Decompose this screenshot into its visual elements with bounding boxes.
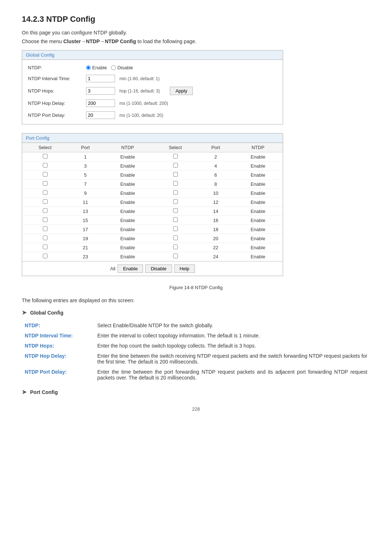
checkbox-left-8[interactable] xyxy=(43,226,48,231)
checkbox-left-11[interactable] xyxy=(43,254,48,258)
col-ntdp-1: NTDP xyxy=(103,143,152,152)
page-number: 228 xyxy=(22,406,370,412)
ntdp-disable-label[interactable]: Disable xyxy=(111,65,133,70)
def-desc-3: Enter the time between the switch receiv… xyxy=(94,351,370,367)
select-checkbox-right-9[interactable] xyxy=(152,234,198,243)
port-right-8: 18 xyxy=(198,225,233,234)
port-config-table: Select Port NTDP Select Port NTDP 1 Enab… xyxy=(22,143,283,261)
select-checkbox-right-2[interactable] xyxy=(152,171,198,180)
select-checkbox-right-10[interactable] xyxy=(152,243,198,252)
checkbox-left-4[interactable] xyxy=(43,190,48,195)
chevron-icon: ➤ xyxy=(22,309,26,316)
ntdp-enable-radio[interactable] xyxy=(86,65,91,70)
checkbox-left-10[interactable] xyxy=(43,245,48,249)
checkbox-left-9[interactable] xyxy=(43,235,48,240)
def-label-2: NTDP Hops: xyxy=(22,341,94,351)
checkbox-right-4[interactable] xyxy=(173,190,178,195)
checkbox-left-7[interactable] xyxy=(43,217,48,222)
checkbox-right-10[interactable] xyxy=(173,245,178,249)
select-checkbox-right-1[interactable] xyxy=(152,161,198,171)
interval-time-row: NTDP Interval Time: min (1-60, default: … xyxy=(28,73,277,85)
select-checkbox-right-3[interactable] xyxy=(152,180,198,189)
checkbox-right-11[interactable] xyxy=(173,254,178,258)
select-checkbox-left-2[interactable] xyxy=(22,171,68,180)
checkbox-right-5[interactable] xyxy=(173,199,178,204)
select-checkbox-left-7[interactable] xyxy=(22,216,68,225)
port-right-2: 6 xyxy=(198,171,233,180)
port-left-9: 19 xyxy=(68,234,103,243)
definition-row: NTDP: Select Enable/Disable NTDP for the… xyxy=(22,320,370,331)
select-checkbox-left-5[interactable] xyxy=(22,198,68,207)
col-select-1: Select xyxy=(22,143,68,152)
ntdp-right-0: Enable xyxy=(233,152,283,161)
ntdp-right-10: Enable xyxy=(233,243,283,252)
select-checkbox-right-11[interactable] xyxy=(152,252,198,261)
global-config-header: Global Config xyxy=(22,50,283,60)
checkbox-right-0[interactable] xyxy=(173,154,178,159)
ntdp-disable-radio[interactable] xyxy=(111,65,116,70)
select-checkbox-right-6[interactable] xyxy=(152,207,198,216)
checkbox-left-0[interactable] xyxy=(43,154,48,159)
port-config-section-title: Port Config xyxy=(30,389,58,395)
def-label-3: NTDP Hop Delay: xyxy=(22,351,94,367)
table-footer: All Enable Disable Help xyxy=(22,261,283,276)
port-delay-input[interactable] xyxy=(86,111,115,119)
checkbox-right-6[interactable] xyxy=(173,208,178,213)
port-config-box: Port Config Select Port NTDP Select Port… xyxy=(22,133,283,276)
port-config-header: Port Config xyxy=(22,134,283,143)
checkbox-right-8[interactable] xyxy=(173,226,178,231)
select-checkbox-right-5[interactable] xyxy=(152,198,198,207)
ntdp-right-3: Enable xyxy=(233,180,283,189)
hop-delay-value: ms (1-1000, default: 200) xyxy=(86,99,168,107)
checkbox-right-1[interactable] xyxy=(173,163,178,168)
select-checkbox-right-8[interactable] xyxy=(152,225,198,234)
port-right-10: 22 xyxy=(198,243,233,252)
checkbox-right-3[interactable] xyxy=(173,181,178,186)
apply-button[interactable]: Apply xyxy=(170,87,193,95)
ntdp-right-7: Enable xyxy=(233,216,283,225)
select-checkbox-left-10[interactable] xyxy=(22,243,68,252)
checkbox-left-2[interactable] xyxy=(43,172,48,177)
ntdp-enable-label[interactable]: Enable xyxy=(86,65,107,70)
col-select-2: Select xyxy=(152,143,198,152)
ntdp-label: NTDP: xyxy=(28,65,86,70)
table-row: 1 Enable 2 Enable xyxy=(22,152,283,161)
select-checkbox-left-3[interactable] xyxy=(22,180,68,189)
checkbox-right-7[interactable] xyxy=(173,217,178,222)
checkbox-left-1[interactable] xyxy=(43,163,48,168)
global-config-section-header: ➤ Global Config xyxy=(22,309,370,316)
checkbox-left-6[interactable] xyxy=(43,208,48,213)
disable-button[interactable]: Disable xyxy=(145,264,172,273)
hop-delay-label: NTDP Hop Delay: xyxy=(28,100,86,106)
help-button[interactable]: Help xyxy=(174,264,195,273)
checkbox-right-9[interactable] xyxy=(173,235,178,240)
checkbox-right-2[interactable] xyxy=(173,172,178,177)
hops-input[interactable] xyxy=(86,87,115,95)
select-checkbox-right-7[interactable] xyxy=(152,216,198,225)
select-checkbox-left-9[interactable] xyxy=(22,234,68,243)
checkbox-left-5[interactable] xyxy=(43,199,48,204)
col-port-1: Port xyxy=(68,143,103,152)
table-header-row: Select Port NTDP Select Port NTDP xyxy=(22,143,283,152)
select-checkbox-right-0[interactable] xyxy=(152,152,198,161)
table-row: 13 Enable 14 Enable xyxy=(22,207,283,216)
ntdp-radio-group: Enable Disable xyxy=(86,65,133,70)
select-checkbox-left-1[interactable] xyxy=(22,161,68,171)
select-checkbox-left-0[interactable] xyxy=(22,152,68,161)
def-desc-2: Enter the hop count the switch topology … xyxy=(94,341,370,351)
select-checkbox-left-11[interactable] xyxy=(22,252,68,261)
select-checkbox-left-4[interactable] xyxy=(22,189,68,198)
checkbox-left-3[interactable] xyxy=(43,181,48,186)
enable-button[interactable]: Enable xyxy=(118,264,143,273)
interval-time-input[interactable] xyxy=(86,75,115,82)
ntdp-left-8: Enable xyxy=(103,225,152,234)
hop-delay-input[interactable] xyxy=(86,99,115,107)
ntdp-right-8: Enable xyxy=(233,225,283,234)
select-checkbox-left-6[interactable] xyxy=(22,207,68,216)
select-checkbox-left-8[interactable] xyxy=(22,225,68,234)
select-checkbox-right-4[interactable] xyxy=(152,189,198,198)
figure-caption: Figure 14-8 NTDP Config xyxy=(22,285,370,290)
interval-time-hint: min (1-60, default: 1) xyxy=(119,76,160,81)
global-config-section-title: Global Config xyxy=(30,310,64,316)
ntdp-left-11: Enable xyxy=(103,252,152,261)
